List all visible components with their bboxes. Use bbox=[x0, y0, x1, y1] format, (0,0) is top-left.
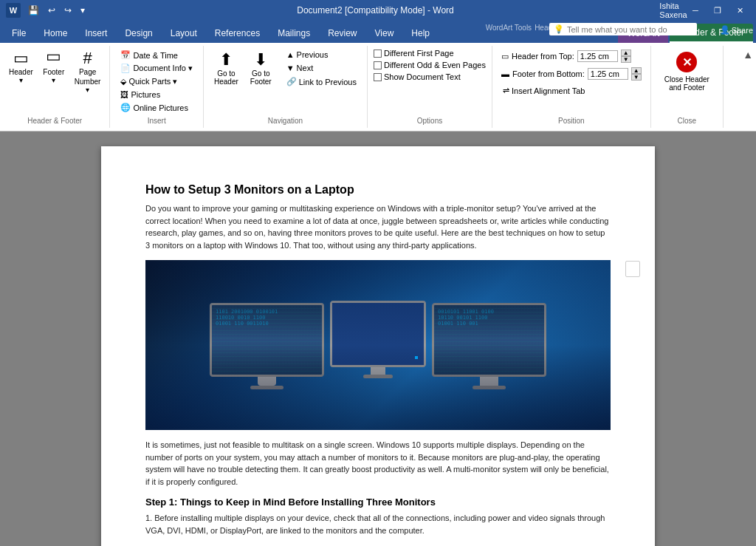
step1-body: 1. Before installing multiple displays o… bbox=[145, 512, 611, 536]
footer-position-icon: ▬ bbox=[501, 69, 509, 78]
save-quick-btn[interactable]: 💾 bbox=[25, 4, 42, 17]
undo-quick-btn[interactable]: ↩ bbox=[45, 4, 58, 17]
close-group-label: Close bbox=[678, 117, 697, 125]
center-monitor-screen bbox=[330, 301, 426, 367]
minimize-btn[interactable]: ─ bbox=[685, 0, 706, 21]
title-bar: W 💾 ↩ ↪ ▾ Document2 [Compatibility Mode]… bbox=[0, 0, 756, 21]
person-icon: 👤 bbox=[720, 25, 730, 35]
left-monitor: 1101 2001000 0100101110010 0010 11000100… bbox=[210, 303, 324, 389]
show-doc-text-checkbox[interactable] bbox=[374, 73, 382, 81]
step1-heading: Step 1: Things to Keep in Mind Before In… bbox=[145, 496, 611, 508]
header-top-spinner[interactable]: ▲ ▼ bbox=[621, 50, 631, 63]
page: How to Setup 3 Monitors on a Laptop Do y… bbox=[101, 146, 655, 546]
search-input[interactable] bbox=[567, 25, 685, 34]
user-profile[interactable]: Ishita Saxena bbox=[663, 0, 684, 21]
quick-parts-icon: ⬙ bbox=[120, 77, 126, 86]
page-number-icon: # bbox=[83, 50, 92, 66]
restore-btn[interactable]: ❐ bbox=[707, 0, 728, 21]
options-group-label: Options bbox=[417, 117, 442, 125]
insert-ribbon-group: 📅 Date & Time 📄 Document Info ▾ ⬙ Quick … bbox=[110, 46, 204, 128]
alignment-icon: ⇌ bbox=[503, 86, 509, 95]
redo-quick-btn[interactable]: ↪ bbox=[61, 4, 75, 17]
wordart-tools-label: WordArt Tools bbox=[486, 21, 535, 32]
online-pictures-icon: 🌐 bbox=[120, 103, 131, 112]
position-ribbon-group: ▭ Header from Top: ▲ ▼ ▬ Footer from Bot… bbox=[492, 46, 651, 128]
previous-btn[interactable]: ▲ Previous bbox=[282, 49, 361, 61]
insert-alignment-tab-btn[interactable]: ⇌ Insert Alignment Tab bbox=[498, 84, 645, 97]
binary-text-right: 0010101 11001 010010110 00101 110001001 … bbox=[438, 309, 540, 361]
comment-box-1[interactable] bbox=[625, 261, 640, 277]
header-icon: ▭ bbox=[13, 50, 29, 66]
page-number-btn[interactable]: # Page Number ▾ bbox=[72, 49, 104, 95]
doc-info-icon: 📄 bbox=[120, 64, 131, 73]
prev-icon: ▲ bbox=[286, 50, 295, 59]
pictures-btn[interactable]: 🖼 Pictures bbox=[116, 89, 197, 100]
search-icon: 💡 bbox=[554, 24, 564, 34]
collapse-ribbon-btn[interactable]: ▲ bbox=[740, 46, 756, 128]
footer-from-bottom-field: ▬ Footer from Bottom: ▲ ▼ bbox=[498, 66, 645, 81]
go-to-footer-btn[interactable]: ⬇ Go toFooter bbox=[246, 49, 276, 87]
tab-review[interactable]: Review bbox=[319, 24, 365, 43]
footer-dropdown-arrow: ▾ bbox=[52, 76, 55, 84]
spin-up2[interactable]: ▲ bbox=[631, 67, 642, 74]
center-monitor bbox=[330, 301, 426, 378]
different-first-checkbox[interactable] bbox=[374, 50, 382, 58]
document-area: How to Setup 3 Monitors on a Laptop Do y… bbox=[0, 132, 756, 546]
online-pictures-btn[interactable]: 🌐 Online Pictures bbox=[116, 101, 197, 114]
footer-bottom-spinner[interactable]: ▲ ▼ bbox=[631, 67, 642, 81]
close-btn[interactable]: ✕ bbox=[729, 0, 750, 21]
tab-references[interactable]: References bbox=[206, 24, 269, 43]
different-first-page-check[interactable]: Different First Page bbox=[374, 49, 486, 58]
header-top-input[interactable] bbox=[577, 50, 618, 62]
paragraph-2: It is sometimes, just not feasible to mu… bbox=[145, 439, 611, 488]
tab-layout[interactable]: Layout bbox=[162, 24, 206, 43]
different-odd-even-check[interactable]: Different Odd & Even Pages bbox=[374, 61, 486, 69]
go-footer-label: Go toFooter bbox=[250, 69, 272, 86]
footer-icon: ▭ bbox=[46, 50, 61, 66]
spin-down[interactable]: ▼ bbox=[621, 56, 631, 63]
center-stand bbox=[371, 367, 385, 375]
ribbon: ▭ Header ▾ ▭ Footer ▾ # Page Number ▾ He… bbox=[0, 43, 756, 132]
pictures-icon: 🖼 bbox=[120, 90, 128, 99]
document-title: Document2 [Compatibility Mode] - Word bbox=[88, 5, 663, 16]
tab-help[interactable]: Help bbox=[402, 24, 439, 43]
navigation-ribbon-group: ⬆ Go toHeader ⬇ Go toFooter ▲ Previous ▼… bbox=[204, 46, 368, 128]
footer-bottom-input[interactable] bbox=[588, 68, 628, 80]
quick-parts-btn[interactable]: ⬙ Quick Parts ▾ bbox=[116, 75, 197, 88]
right-monitor-screen: 0010101 11001 010010110 00101 110001001 … bbox=[432, 303, 546, 377]
tab-view[interactable]: View bbox=[366, 24, 403, 43]
date-time-btn[interactable]: 📅 Date & Time bbox=[116, 49, 197, 61]
tab-design[interactable]: Design bbox=[116, 24, 161, 43]
right-monitor: 0010101 11001 010010110 00101 110001001 … bbox=[432, 303, 546, 389]
screen-dot bbox=[415, 356, 418, 359]
customize-quick-btn[interactable]: ▾ bbox=[78, 4, 88, 17]
page-number-arrow: ▾ bbox=[86, 86, 89, 94]
document-info-btn[interactable]: 📄 Document Info ▾ bbox=[116, 62, 197, 75]
close-x-icon: ✕ bbox=[676, 52, 697, 72]
spin-down2[interactable]: ▼ bbox=[631, 74, 642, 81]
tab-insert[interactable]: Insert bbox=[76, 24, 116, 43]
spin-up[interactable]: ▲ bbox=[621, 50, 631, 56]
center-base bbox=[363, 375, 393, 378]
close-header-footer-btn[interactable]: ✕ Close Headerand Footer bbox=[657, 49, 717, 95]
header-footer-group-label: Header & Footer bbox=[27, 117, 82, 125]
monitor-stand-left bbox=[258, 377, 276, 386]
tab-home[interactable]: Home bbox=[35, 24, 76, 43]
different-odd-even-checkbox[interactable] bbox=[374, 61, 382, 69]
document-heading: How to Setup 3 Monitors on a Laptop bbox=[145, 183, 611, 197]
header-btn[interactable]: ▭ Header ▾ bbox=[6, 49, 36, 86]
next-btn[interactable]: ▼ Next bbox=[282, 62, 361, 74]
footer-label: Footer bbox=[43, 68, 64, 76]
show-doc-text-check[interactable]: Show Document Text bbox=[374, 72, 486, 81]
footer-btn[interactable]: ▭ Footer ▾ bbox=[39, 49, 69, 86]
go-to-header-btn[interactable]: ⬆ Go toHeader bbox=[210, 49, 243, 87]
link-to-previous-btn[interactable]: 🔗 Link to Previous bbox=[282, 75, 361, 88]
quick-access: 💾 ↩ ↪ ▾ bbox=[25, 4, 88, 17]
paragraph-1: Do you want to improve your gaming or mu… bbox=[145, 202, 611, 251]
insert-group-label: Insert bbox=[148, 117, 166, 125]
tab-file[interactable]: File bbox=[3, 24, 35, 43]
tab-mailings[interactable]: Mailings bbox=[269, 24, 319, 43]
options-ribbon-group: Different First Page Different Odd & Eve… bbox=[368, 46, 492, 128]
header-dropdown-arrow: ▾ bbox=[19, 76, 23, 84]
share-button[interactable]: 👤 Share bbox=[720, 25, 753, 35]
